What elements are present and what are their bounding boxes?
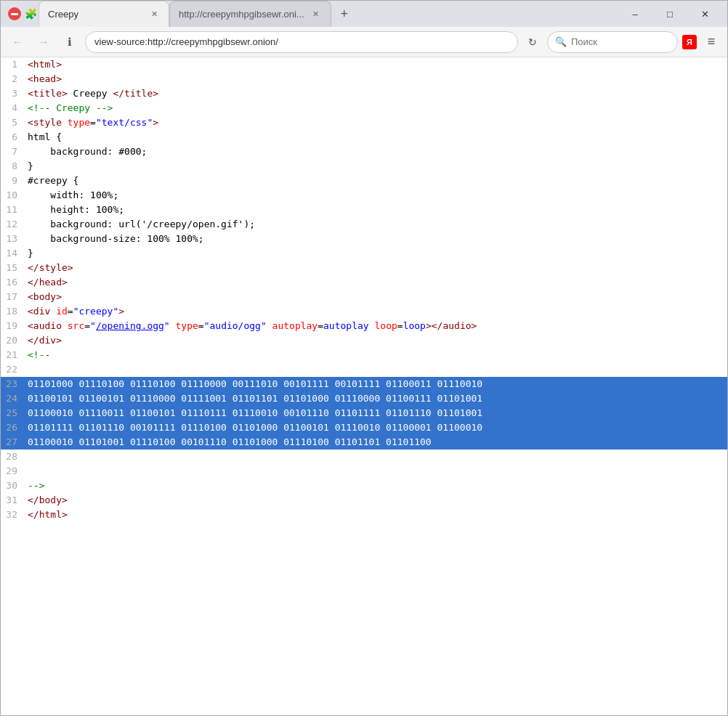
info-button[interactable]: ℹ bbox=[59, 31, 81, 53]
line-number-24: 24 bbox=[1, 391, 26, 406]
line-number-19: 19 bbox=[1, 319, 26, 333]
forward-button[interactable]: → bbox=[33, 31, 54, 53]
line-number-17: 17 bbox=[1, 290, 26, 304]
line-content-14: } bbox=[26, 246, 727, 261]
line-number-7: 7 bbox=[1, 145, 26, 159]
tab-url[interactable]: http://creepymhpgibsewr.oni... ✕ bbox=[169, 1, 331, 27]
line-content-30: --> bbox=[26, 479, 727, 493]
line-number-1: 1 bbox=[1, 57, 26, 72]
line-number-22: 22 bbox=[1, 362, 26, 377]
minimize-button[interactable]: – bbox=[618, 3, 652, 25]
source-line-7: 7 background: #000; bbox=[1, 145, 727, 159]
line-content-23: 01101000 01110100 01110100 01110000 0011… bbox=[26, 377, 727, 391]
source-line-1: 1<html> bbox=[1, 57, 727, 72]
menu-button[interactable]: ≡ bbox=[701, 32, 721, 52]
line-content-26: 01101111 01101110 00101111 01110100 0110… bbox=[26, 420, 727, 435]
line-number-28: 28 bbox=[1, 449, 26, 464]
blocked-icon bbox=[7, 6, 23, 22]
extension-icon: 🧩 bbox=[23, 6, 39, 22]
line-content-13: background-size: 100% 100%; bbox=[26, 232, 727, 246]
source-line-20: 20</div> bbox=[1, 333, 727, 348]
source-line-9: 9#creepy { bbox=[1, 174, 727, 188]
source-line-10: 10 width: 100%; bbox=[1, 188, 727, 203]
line-content-11: height: 100%; bbox=[26, 203, 727, 217]
source-line-25: 2501100010 01110011 01100101 01110111 01… bbox=[1, 406, 727, 420]
source-line-18: 18<div id="creepy"> bbox=[1, 304, 727, 319]
line-content-18: <div id="creepy"> bbox=[26, 304, 727, 319]
line-number-2: 2 bbox=[1, 72, 26, 86]
address-text: view-source:http://creepymhpgibsewr.onio… bbox=[94, 36, 509, 47]
line-content-15: </style> bbox=[26, 261, 727, 275]
line-number-26: 26 bbox=[1, 420, 26, 435]
tab-creepy[interactable]: Creepy ✕ bbox=[39, 1, 169, 27]
content-area: 1<html>2<head>3<title> Creepy </title>4<… bbox=[1, 57, 727, 715]
line-number-14: 14 bbox=[1, 246, 26, 261]
line-number-31: 31 bbox=[1, 493, 26, 508]
line-number-9: 9 bbox=[1, 174, 26, 188]
source-line-29: 29 bbox=[1, 464, 727, 479]
source-line-11: 11 height: 100%; bbox=[1, 203, 727, 217]
source-line-31: 31</body> bbox=[1, 493, 727, 508]
title-bar: 🧩 Creepy ✕ http://creepymhpgibsewr.oni..… bbox=[1, 1, 727, 27]
source-line-23: 2301101000 01110100 01110100 01110000 00… bbox=[1, 377, 727, 391]
refresh-button[interactable]: ↻ bbox=[522, 32, 543, 52]
address-bar[interactable]: view-source:http://creepymhpgibsewr.onio… bbox=[85, 31, 518, 53]
maximize-button[interactable]: □ bbox=[653, 3, 687, 25]
new-tab-button[interactable]: + bbox=[334, 4, 355, 24]
source-line-17: 17<body> bbox=[1, 290, 727, 304]
line-number-30: 30 bbox=[1, 479, 26, 493]
source-line-8: 8} bbox=[1, 159, 727, 174]
line-content-2: <head> bbox=[26, 72, 727, 86]
line-content-3: <title> Creepy </title> bbox=[26, 86, 727, 101]
line-number-10: 10 bbox=[1, 188, 26, 203]
line-number-21: 21 bbox=[1, 348, 26, 362]
line-number-23: 23 bbox=[1, 377, 26, 391]
line-content-27: 01100010 01101001 01110100 00101110 0110… bbox=[26, 435, 727, 449]
line-content-8: } bbox=[26, 159, 727, 174]
line-content-31: </body> bbox=[26, 493, 727, 508]
search-icon: 🔍 bbox=[555, 36, 567, 47]
line-number-32: 32 bbox=[1, 508, 26, 522]
tab-close-creepy[interactable]: ✕ bbox=[148, 9, 160, 20]
line-number-11: 11 bbox=[1, 203, 26, 217]
search-bar[interactable]: 🔍 bbox=[547, 31, 678, 53]
line-number-16: 16 bbox=[1, 275, 26, 290]
source-view: 1<html>2<head>3<title> Creepy </title>4<… bbox=[1, 57, 727, 522]
line-content-10: width: 100%; bbox=[26, 188, 727, 203]
source-line-22: 22 bbox=[1, 362, 727, 377]
tab-title-creepy: Creepy bbox=[48, 9, 142, 20]
source-line-19: 19<audio src="/opening.ogg" type="audio/… bbox=[1, 319, 727, 333]
source-line-26: 2601101111 01101110 00101111 01110100 01… bbox=[1, 420, 727, 435]
line-content-20: </div> bbox=[26, 333, 727, 348]
window-controls: – □ ✕ bbox=[618, 3, 721, 25]
line-content-9: #creepy { bbox=[26, 174, 727, 188]
line-number-8: 8 bbox=[1, 159, 26, 174]
search-input[interactable] bbox=[571, 36, 658, 47]
line-number-4: 4 bbox=[1, 101, 26, 115]
line-content-28 bbox=[26, 449, 727, 464]
line-content-12: background: url('/creepy/open.gif'); bbox=[26, 217, 727, 232]
back-button[interactable]: ← bbox=[7, 31, 28, 53]
line-content-7: background: #000; bbox=[26, 145, 727, 159]
line-content-22 bbox=[26, 362, 727, 377]
browser-window: 🧩 Creepy ✕ http://creepymhpgibsewr.oni..… bbox=[0, 0, 728, 716]
close-button[interactable]: ✕ bbox=[688, 3, 721, 25]
source-line-15: 15</style> bbox=[1, 261, 727, 275]
line-number-25: 25 bbox=[1, 406, 26, 420]
tab-close-url[interactable]: ✕ bbox=[310, 9, 322, 20]
line-content-29 bbox=[26, 464, 727, 479]
source-line-12: 12 background: url('/creepy/open.gif'); bbox=[1, 217, 727, 232]
source-line-30: 30--> bbox=[1, 479, 727, 493]
line-content-32: </html> bbox=[26, 508, 727, 522]
line-content-1: <html> bbox=[26, 57, 727, 72]
source-line-27: 2701100010 01101001 01110100 00101110 01… bbox=[1, 435, 727, 449]
line-content-24: 01100101 01100101 01110000 01111001 0110… bbox=[26, 391, 727, 406]
line-content-6: html { bbox=[26, 130, 727, 145]
line-number-15: 15 bbox=[1, 261, 26, 275]
yandex-icon: Я bbox=[682, 35, 697, 49]
source-line-13: 13 background-size: 100% 100%; bbox=[1, 232, 727, 246]
line-content-16: </head> bbox=[26, 275, 727, 290]
source-line-14: 14} bbox=[1, 246, 727, 261]
line-content-17: <body> bbox=[26, 290, 727, 304]
source-line-5: 5<style type="text/css"> bbox=[1, 115, 727, 130]
